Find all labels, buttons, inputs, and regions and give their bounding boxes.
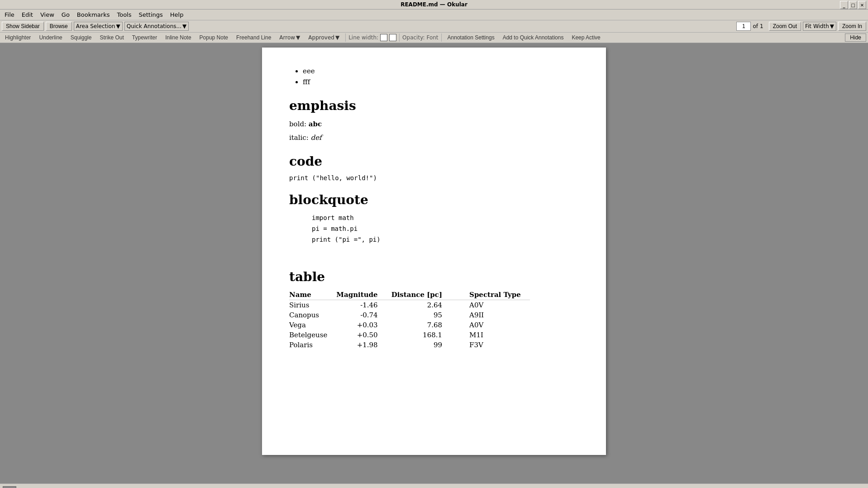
popup-note-button[interactable]: Popup Note xyxy=(196,33,231,42)
cell-distance-4: 99 xyxy=(391,340,456,350)
font-label: Font xyxy=(426,34,438,41)
table-row: Canopus -0.74 95 A9II xyxy=(289,310,530,320)
list-item: fff xyxy=(303,77,579,87)
squiggle-button[interactable]: Squiggle xyxy=(67,33,95,42)
page-navigation: of 1 xyxy=(736,22,763,31)
cell-distance-0: 2.64 xyxy=(391,300,456,311)
table-row: Sirius -1.46 2.64 A0V xyxy=(289,300,530,311)
cell-spectral-3: M1I xyxy=(456,330,530,340)
arrow-dropdown[interactable]: Arrow ▼ xyxy=(276,33,303,42)
quick-annotations-arrow: ▼ xyxy=(182,23,186,29)
bq-line-3: print ("pi =", pi) xyxy=(312,234,579,245)
line-color-box-2[interactable] xyxy=(389,34,396,41)
zoom-in-button[interactable]: Zoom In xyxy=(838,22,866,31)
arrow-arrow: ▼ xyxy=(296,34,300,41)
italic-line: italic: def xyxy=(289,132,579,143)
col-magnitude-header: Magnitude xyxy=(336,290,391,300)
table-header-row: Name Magnitude Distance [pc] Spectral Ty… xyxy=(289,290,530,300)
approved-dropdown[interactable]: Approved ▼ xyxy=(305,33,343,42)
menu-help[interactable]: Help xyxy=(167,10,187,19)
col-distance-header: Distance [pc] xyxy=(391,290,456,300)
inline-note-button[interactable]: Inline Note xyxy=(162,33,194,42)
ann-separator-3 xyxy=(441,33,442,42)
menu-settings[interactable]: Settings xyxy=(135,10,167,19)
add-to-quick-button[interactable]: Add to Quick Annotations xyxy=(500,33,567,42)
area-selection-dropdown[interactable]: Area Selection ▼ xyxy=(74,22,123,31)
menu-view[interactable]: View xyxy=(37,10,58,19)
cell-magnitude-0: -1.46 xyxy=(336,300,391,311)
minimize-button[interactable]: _ xyxy=(840,1,848,9)
quick-annotations-dropdown[interactable]: Quick Annotations... ▼ xyxy=(124,22,189,31)
menu-file[interactable]: File xyxy=(1,10,18,19)
underline-button[interactable]: Underline xyxy=(36,33,65,42)
zoom-controls: Zoom Out Fit Width ▼ Zoom In xyxy=(769,22,866,31)
cell-spectral-2: A0V xyxy=(456,320,530,330)
highlighter-button[interactable]: Highlighter xyxy=(2,33,34,42)
freehand-line-button[interactable]: Freehand Line xyxy=(233,33,274,42)
maximize-button[interactable]: □ xyxy=(849,1,857,9)
col-name-header: Name xyxy=(289,290,336,300)
arrow-label: Arrow xyxy=(279,34,295,41)
line-color-box-1[interactable] xyxy=(380,34,387,41)
scroll-indicator xyxy=(3,486,16,488)
menu-go[interactable]: Go xyxy=(58,10,73,19)
data-table: Name Magnitude Distance [pc] Spectral Ty… xyxy=(289,290,530,350)
statusbar xyxy=(0,483,868,488)
page-number-input[interactable] xyxy=(736,22,751,31)
cell-spectral-0: A0V xyxy=(456,300,530,311)
approved-label: Approved xyxy=(308,34,334,41)
table-heading: table xyxy=(289,269,579,284)
cell-spectral-4: F3V xyxy=(456,340,530,350)
bullet-list: eee fff xyxy=(303,66,579,87)
cell-magnitude-3: +0.50 xyxy=(336,330,391,340)
show-sidebar-button[interactable]: Show Sidebar xyxy=(2,22,44,31)
area-selection-label: Area Selection xyxy=(76,23,115,29)
keep-active-button[interactable]: Keep Active xyxy=(568,33,603,42)
bold-prefix: bold: xyxy=(289,120,309,128)
table-row: Betelgeuse +0.50 168.1 M1I xyxy=(289,330,530,340)
menu-tools[interactable]: Tools xyxy=(113,10,135,19)
ann-separator-2 xyxy=(399,33,400,42)
annotation-toolbar: Highlighter Underline Squiggle Strike Ou… xyxy=(0,33,868,43)
emphasis-heading: emphasis xyxy=(289,98,579,113)
strike-out-button[interactable]: Strike Out xyxy=(96,33,127,42)
menu-edit[interactable]: Edit xyxy=(18,10,37,19)
window-title: README.md — Okular xyxy=(401,1,467,8)
page-total: 1 xyxy=(760,23,763,29)
bq-line-2: pi = math.pi xyxy=(312,224,579,234)
close-button[interactable]: ✕ xyxy=(858,1,866,9)
titlebar: README.md — Okular _ □ ✕ xyxy=(0,0,868,10)
hide-button[interactable]: Hide xyxy=(845,33,866,42)
fit-width-label: Fit Width xyxy=(805,23,829,29)
bold-line: bold: abc xyxy=(289,119,579,129)
blockquote-heading: blockquote xyxy=(289,192,579,207)
browse-button[interactable]: Browse xyxy=(46,22,72,31)
cell-name-0: Sirius xyxy=(289,300,336,311)
cell-name-4: Polaris xyxy=(289,340,336,350)
cell-distance-3: 168.1 xyxy=(391,330,456,340)
cell-name-2: Vega xyxy=(289,320,336,330)
document-page: eee fff emphasis bold: abc italic: def c… xyxy=(262,48,606,455)
cell-name-3: Betelgeuse xyxy=(289,330,336,340)
bold-value: abc xyxy=(309,120,322,128)
page-of-label: of xyxy=(753,23,758,29)
bq-line-1: import math xyxy=(312,213,579,224)
code-block: print ("hello, world!") xyxy=(289,174,579,182)
annotation-settings-button[interactable]: Annotation Settings xyxy=(444,33,498,42)
cell-magnitude-2: +0.03 xyxy=(336,320,391,330)
line-width-label: Line width: xyxy=(348,34,378,41)
main-toolbar: Show Sidebar Browse Area Selection ▼ Qui… xyxy=(0,20,868,33)
italic-value: def xyxy=(311,134,322,142)
italic-prefix: italic: xyxy=(289,134,311,142)
menu-bookmarks[interactable]: Bookmarks xyxy=(73,10,114,19)
cell-name-1: Canopus xyxy=(289,310,336,320)
code-heading: code xyxy=(289,154,579,169)
fit-width-dropdown[interactable]: Fit Width ▼ xyxy=(803,22,836,31)
cell-distance-1: 95 xyxy=(391,310,456,320)
opacity-label: Opacity: xyxy=(402,34,424,41)
typewriter-button[interactable]: Typewriter xyxy=(129,33,160,42)
cell-magnitude-1: -0.74 xyxy=(336,310,391,320)
blockquote-block: import math pi = math.pi print ("pi =", … xyxy=(312,213,579,245)
content-area: eee fff emphasis bold: abc italic: def c… xyxy=(0,43,868,483)
zoom-out-button[interactable]: Zoom Out xyxy=(769,22,801,31)
